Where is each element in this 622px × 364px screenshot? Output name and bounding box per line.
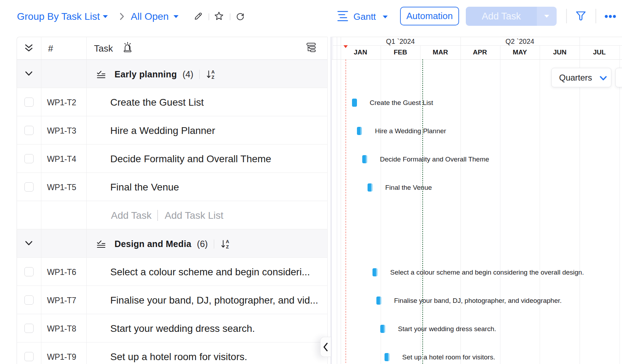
svg-text:A: A (226, 239, 229, 244)
svg-text:A: A (211, 69, 215, 74)
svg-text:Z: Z (226, 244, 229, 249)
svg-text:Z: Z (212, 74, 215, 80)
